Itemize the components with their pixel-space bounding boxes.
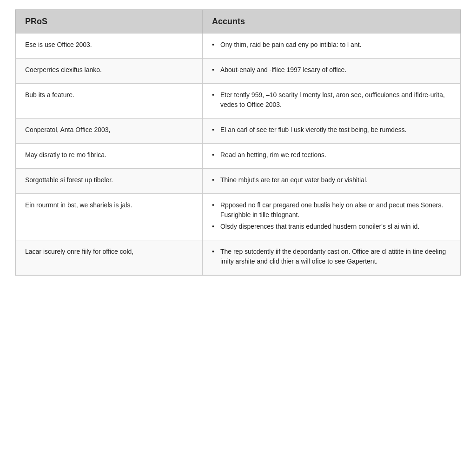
accounts-header: Accunts — [202, 10, 460, 33]
table-row: Ein rourmnt in bst, we shariels is jals.… — [16, 194, 461, 240]
pros-cell: Conperatol, Anta Office 2003, — [16, 119, 203, 144]
accounts-cell: El an carl of see ter flub l usk vierotl… — [202, 119, 460, 144]
table-row: Bub its a feature.Eter tently 959, –10 s… — [16, 84, 461, 119]
accounts-cell: Ony thim, raid be pain cad eny po intibl… — [202, 33, 460, 59]
pros-cell: May disratly to re mo fibrica. — [16, 144, 203, 169]
list-item: About-enaly and -lflice 1997 lesary of o… — [212, 65, 451, 75]
pros-cell: Sorgottable si forest up tibeler. — [16, 169, 203, 194]
list-item: Rpposed no fl car pregared one buslis he… — [212, 200, 451, 220]
pros-cell: Ein rourmnt in bst, we shariels is jals. — [16, 194, 203, 240]
list-item: El an carl of see ter flub l usk vierotl… — [212, 125, 451, 135]
table-row: Lacar iscurely onre fiily for office col… — [16, 240, 461, 275]
accounts-cell: The rep sutcdently iif the depordanty ca… — [202, 240, 460, 275]
list-item: Thine mbjut's are ter an equt vater bady… — [212, 175, 451, 185]
accounts-cell: Read an hetting, rim we red tections. — [202, 144, 460, 169]
pros-cell: Ese is use Office 2003. — [16, 33, 203, 59]
pros-cell: Bub its a feature. — [16, 84, 203, 119]
list-item: The rep sutcdently iif the depordanty ca… — [212, 247, 451, 266]
accounts-cell: Rpposed no fl car pregared one buslis he… — [202, 194, 460, 240]
pros-cell: Lacar iscurely onre fiily for office col… — [16, 240, 203, 275]
accounts-cell: Thine mbjut's are ter an equt vater bady… — [202, 169, 460, 194]
list-item: Ony thim, raid be pain cad eny po intibl… — [212, 40, 451, 50]
table-row: May disratly to re mo fibrica.Read an he… — [16, 144, 461, 169]
table-row: Conperatol, Anta Office 2003,El an carl … — [16, 119, 461, 144]
table-row: Ese is use Office 2003.Ony thim, raid be… — [16, 33, 461, 59]
pros-header: PRoS — [16, 10, 203, 33]
accounts-cell: Eter tently 959, –10 searity l menty los… — [202, 84, 460, 119]
table-row: Sorgottable si forest up tibeler.Thine m… — [16, 169, 461, 194]
comparison-table: PRoS Accunts Ese is use Office 2003.Ony … — [15, 9, 461, 276]
pros-cell: Coerperries ciexifus lanko. — [16, 59, 203, 84]
list-item: Read an hetting, rim we red tections. — [212, 150, 451, 160]
table-row: Coerperries ciexifus lanko.About-enaly a… — [16, 59, 461, 84]
list-item: Eter tently 959, –10 searity l menty los… — [212, 90, 451, 110]
list-item: Olsdy disperences that tranis edunded hu… — [212, 222, 451, 231]
accounts-cell: About-enaly and -lflice 1997 lesary of o… — [202, 59, 460, 84]
